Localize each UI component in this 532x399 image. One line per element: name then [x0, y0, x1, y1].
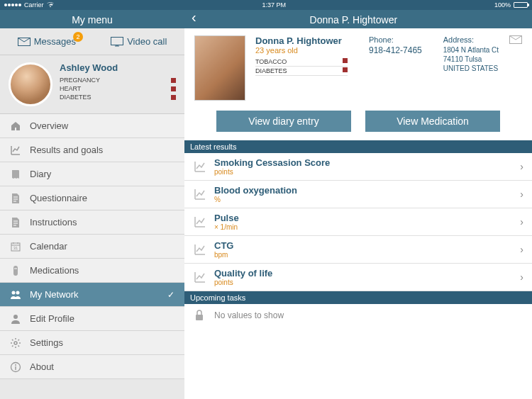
- results-header: Latest results: [184, 140, 532, 153]
- status-time: 1:37 PM: [54, 1, 494, 9]
- chart-icon: [193, 270, 207, 284]
- chart-icon: [193, 187, 207, 201]
- user-tag: PREGNANCY: [60, 76, 176, 84]
- sidebar-item-calendar[interactable]: 31Calendar: [0, 235, 184, 259]
- address-label: Address:: [443, 35, 499, 44]
- chart-icon: [193, 215, 207, 229]
- menu-label: Instructions: [30, 217, 77, 227]
- page-title: Donna P. Hightower: [196, 14, 511, 26]
- status-bar: Carrier 1:37 PM 100%: [0, 0, 532, 10]
- svg-point-8: [14, 342, 17, 344]
- patient-tag: TOBACCO: [255, 57, 348, 67]
- result-unit: × 1/min: [214, 223, 520, 231]
- menu-label: Edit Profile: [30, 313, 74, 324]
- sidebar-item-questionnaire[interactable]: Questionnaire: [0, 186, 184, 210]
- sidebar-item-diary[interactable]: Diary: [0, 162, 184, 186]
- svg-point-7: [13, 315, 18, 319]
- svg-point-5: [12, 291, 16, 294]
- info-icon: [10, 361, 21, 373]
- sidebar-item-medications[interactable]: Medications: [0, 259, 184, 283]
- document-icon: [10, 193, 21, 204]
- menu-label: Results and goals: [30, 145, 103, 155]
- svg-text:31: 31: [13, 246, 18, 250]
- view-medication-button[interactable]: View Medication: [365, 111, 500, 132]
- monitor-icon: [111, 37, 123, 47]
- battery-icon: [514, 2, 528, 8]
- result-name: CTG: [214, 240, 520, 251]
- home-icon: [10, 120, 21, 132]
- back-button[interactable]: ‹: [192, 9, 196, 26]
- svg-point-10: [15, 364, 16, 366]
- calendar-icon: 31: [10, 241, 21, 252]
- chart-icon: [10, 145, 21, 156]
- patient-photo: [194, 35, 245, 101]
- sidebar-item-overview[interactable]: Overview: [0, 114, 184, 138]
- chevron-right-icon: ›: [520, 216, 523, 227]
- menu-label: About: [30, 361, 54, 372]
- chart-icon: [193, 159, 207, 174]
- chevron-right-icon: ›: [520, 244, 523, 255]
- menu-label: Questionnaire: [30, 193, 87, 203]
- check-icon: ✓: [167, 290, 174, 300]
- result-unit: points: [214, 168, 520, 176]
- menu-label: Diary: [30, 169, 51, 179]
- user-tag: HEART: [60, 84, 176, 93]
- envelope-icon[interactable]: [509, 35, 522, 44]
- chevron-right-icon: ›: [520, 271, 523, 283]
- tasks-empty-label: No values to show: [214, 310, 284, 320]
- messages-label: Messages: [34, 36, 76, 47]
- user-block: Ashley Wood PREGNANCYHEARTDIABETES: [0, 55, 184, 114]
- main: ‹ Donna P. Hightower Donna P. Hightower …: [184, 0, 532, 399]
- result-unit: points: [214, 279, 520, 286]
- result-name: Pulse: [214, 213, 520, 223]
- svg-rect-1: [111, 37, 123, 45]
- result-unit: bpm: [214, 251, 520, 259]
- result-row[interactable]: Quality of lifepoints›: [184, 264, 532, 291]
- result-name: Blood oxygenation: [214, 185, 520, 196]
- tasks-header: Upcoming tasks: [184, 291, 532, 304]
- lock-icon: [194, 310, 204, 321]
- carrier-label: Carrier: [24, 1, 44, 9]
- result-row[interactable]: Pulse× 1/min›: [184, 208, 532, 236]
- menu-label: My Network: [30, 289, 79, 300]
- user-tag: DIABETES: [60, 93, 176, 101]
- result-row[interactable]: Blood oxygenation%›: [184, 181, 532, 208]
- address-line3: UNITED STATES: [443, 64, 499, 73]
- gear-icon: [10, 337, 21, 349]
- result-name: Quality of life: [214, 268, 520, 279]
- phone-label: Phone:: [369, 35, 422, 44]
- sidebar-item-settings[interactable]: Settings: [0, 331, 184, 355]
- address-line1: 1804 N Atlanta Ct: [443, 45, 499, 55]
- menu-label: Calendar: [30, 241, 67, 252]
- view-diary-button[interactable]: View diary entry: [216, 111, 351, 132]
- pill-icon: [10, 265, 21, 276]
- people-icon: [10, 289, 21, 300]
- svg-rect-11: [15, 366, 16, 370]
- chevron-right-icon: ›: [520, 161, 523, 172]
- messages-button[interactable]: Messages 2: [18, 36, 76, 47]
- result-unit: %: [214, 196, 520, 203]
- messages-badge: 2: [73, 32, 83, 42]
- sidebar-item-about[interactable]: About: [0, 355, 184, 379]
- svg-rect-13: [196, 315, 203, 320]
- patient-age: 23 years old: [255, 46, 348, 55]
- envelope-icon: [18, 38, 31, 46]
- videocall-button[interactable]: Video call: [111, 36, 167, 47]
- person-icon: [10, 313, 21, 325]
- address-line2: 74110 Tulsa: [443, 55, 499, 64]
- result-name: Smoking Cessasion Score: [214, 157, 520, 168]
- chevron-right-icon: ›: [520, 189, 523, 200]
- result-row[interactable]: CTGbpm›: [184, 236, 532, 264]
- patient-card: Donna P. Hightower 23 years old TOBACCOD…: [184, 28, 532, 108]
- sidebar-item-my-network[interactable]: My Network✓: [0, 283, 184, 307]
- sidebar-item-results-and-goals[interactable]: Results and goals: [0, 138, 184, 162]
- document-icon: [10, 217, 21, 228]
- menu-label: Overview: [30, 120, 68, 131]
- avatar: [9, 62, 52, 106]
- sidebar-item-edit-profile[interactable]: Edit Profile: [0, 307, 184, 331]
- user-name: Ashley Wood: [60, 62, 176, 73]
- tasks-empty-row: No values to show: [184, 304, 532, 327]
- sidebar-item-instructions[interactable]: Instructions: [0, 210, 184, 235]
- result-row[interactable]: Smoking Cessasion Scorepoints›: [184, 153, 532, 181]
- battery-label: 100%: [494, 1, 511, 9]
